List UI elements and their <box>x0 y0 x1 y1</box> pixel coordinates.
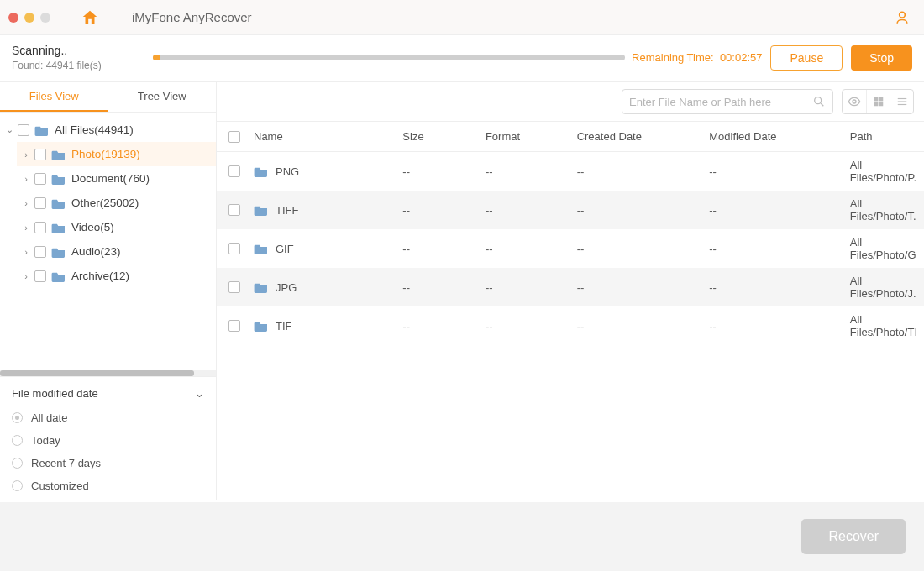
row-format: -- <box>479 306 570 345</box>
table-row[interactable]: TIFF--------All Files/Photo/T. <box>217 191 924 229</box>
row-checkbox[interactable] <box>228 320 240 332</box>
row-size: -- <box>396 191 479 229</box>
tree-label: Audio(23) <box>71 245 121 258</box>
folder-icon <box>51 197 66 209</box>
user-icon[interactable] <box>894 9 911 26</box>
row-created: -- <box>570 268 703 306</box>
tree-item-audio[interactable]: › Audio(23) <box>17 239 216 264</box>
row-checkbox[interactable] <box>228 243 240 254</box>
chevron-right-icon[interactable]: › <box>20 223 32 233</box>
recover-button[interactable]: Recover <box>801 519 906 554</box>
row-path: All Files/Photo/G <box>843 229 924 268</box>
checkbox[interactable] <box>34 149 46 160</box>
grid-view-icon[interactable] <box>866 90 890 113</box>
checkbox[interactable] <box>34 173 46 185</box>
col-name[interactable]: Name <box>247 122 396 152</box>
row-checkbox[interactable] <box>228 281 240 293</box>
tree-root-all-files[interactable]: ⌄ All Files(44941) <box>0 118 216 142</box>
svg-point-2 <box>853 100 856 103</box>
checkbox[interactable] <box>34 270 46 282</box>
scan-status-bar: Scanning.. Found: 44941 file(s) Remainin… <box>0 35 924 82</box>
chevron-right-icon[interactable]: › <box>20 271 32 281</box>
row-checkbox[interactable] <box>228 204 240 216</box>
table-row[interactable]: TIF--------All Files/Photo/TI <box>217 306 924 345</box>
list-view-icon[interactable] <box>890 90 913 113</box>
tree-item-photo[interactable]: › Photo(19139) <box>17 142 216 166</box>
select-all-checkbox[interactable] <box>228 131 240 143</box>
tab-files-view[interactable]: Files View <box>0 82 108 112</box>
filter-panel: File modified date ⌄ All date Today Rece… <box>0 376 216 500</box>
stop-button[interactable]: Stop <box>851 45 912 71</box>
tree-item-archive[interactable]: › Archive(12) <box>17 264 216 288</box>
chevron-down-icon[interactable]: ⌄ <box>3 124 15 135</box>
maximize-window-button[interactable] <box>40 13 50 23</box>
filter-option-recent7[interactable]: Recent 7 days <box>12 452 204 474</box>
table-row[interactable]: GIF--------All Files/Photo/G <box>217 229 924 268</box>
close-window-button[interactable] <box>8 13 18 23</box>
checkbox[interactable] <box>34 222 46 233</box>
search-box[interactable] <box>622 89 833 114</box>
filter-option-customized[interactable]: Customized <box>12 474 204 497</box>
tree-item-other[interactable]: › Other(25002) <box>17 191 216 215</box>
folder-icon <box>254 165 269 177</box>
row-name: GIF <box>276 243 294 255</box>
tree-label: Document(760) <box>71 172 150 185</box>
col-modified[interactable]: Modified Date <box>702 122 843 152</box>
window-controls <box>8 13 50 23</box>
row-modified: -- <box>702 268 843 306</box>
row-checkbox[interactable] <box>228 165 240 177</box>
row-name: JPG <box>276 281 297 294</box>
minimize-window-button[interactable] <box>24 13 34 23</box>
category-tree: ⌄ All Files(44941) › Photo(19139) › <box>0 113 216 293</box>
tree-label: Photo(19139) <box>71 148 140 160</box>
table-row[interactable]: PNG--------All Files/Photo/P. <box>217 152 924 191</box>
col-created[interactable]: Created Date <box>570 122 703 152</box>
home-icon[interactable] <box>81 8 99 27</box>
remaining-time: Remaining Time: 00:02:57 <box>632 51 762 64</box>
folder-icon <box>254 204 269 216</box>
search-input[interactable] <box>629 96 812 108</box>
col-size[interactable]: Size <box>396 122 479 152</box>
col-path[interactable]: Path <box>843 122 924 152</box>
sidebar-scrollbar[interactable] <box>0 370 216 376</box>
filter-header[interactable]: File modified date ⌄ <box>12 385 204 406</box>
checkbox[interactable] <box>34 246 46 258</box>
scan-status-label: Scanning.. <box>12 44 153 57</box>
chevron-right-icon[interactable]: › <box>20 247 32 257</box>
checkbox[interactable] <box>18 124 29 136</box>
row-path: All Files/Photo/TI <box>843 306 924 345</box>
row-created: -- <box>570 152 703 191</box>
app-title: iMyFone AnyRecover <box>132 10 252 24</box>
filter-option-all-date[interactable]: All date <box>12 406 204 429</box>
table-row[interactable]: JPG--------All Files/Photo/J. <box>217 268 924 306</box>
chevron-right-icon[interactable]: › <box>20 149 32 160</box>
col-format[interactable]: Format <box>479 122 570 152</box>
tree-label: Other(25002) <box>71 196 139 209</box>
tree-item-document[interactable]: › Document(760) <box>17 166 216 191</box>
filter-option-today[interactable]: Today <box>12 429 204 452</box>
radio-icon <box>12 480 23 491</box>
row-modified: -- <box>702 229 843 268</box>
row-format: -- <box>479 191 570 229</box>
filter-option-label: Today <box>31 434 60 447</box>
row-format: -- <box>479 268 570 306</box>
pause-button[interactable]: Pause <box>770 45 843 71</box>
tree-item-video[interactable]: › Video(5) <box>17 215 216 239</box>
row-size: -- <box>396 229 479 268</box>
filter-option-label: Customized <box>31 479 89 492</box>
chevron-right-icon[interactable]: › <box>20 198 32 208</box>
title-divider <box>118 8 118 27</box>
eye-icon[interactable] <box>843 90 866 113</box>
folder-icon <box>51 149 66 160</box>
row-path: All Files/Photo/P. <box>843 152 924 191</box>
chevron-right-icon[interactable]: › <box>20 174 32 184</box>
checkbox[interactable] <box>34 197 46 209</box>
tree-label: Archive(12) <box>71 270 129 282</box>
row-size: -- <box>396 268 479 306</box>
tab-tree-view[interactable]: Tree View <box>108 82 217 112</box>
folder-icon <box>51 222 66 233</box>
search-icon[interactable] <box>812 95 826 108</box>
row-created: -- <box>570 191 703 229</box>
folder-icon <box>51 246 66 258</box>
svg-line-1 <box>821 103 823 106</box>
